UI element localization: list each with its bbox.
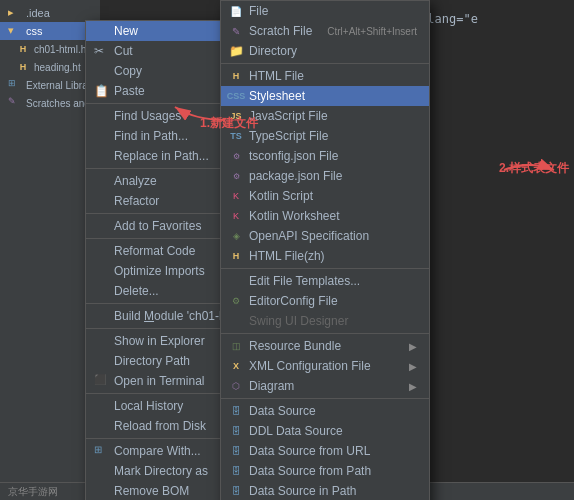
menu-item-label: Copy [114, 64, 142, 78]
menu-item-label: Mark Directory as [114, 464, 208, 478]
submenu-item-data-source[interactable]: 🗄 Data Source [221, 401, 429, 421]
refactor-icon [94, 194, 108, 208]
menu-item-label: Remove BOM [114, 484, 189, 498]
sidebar-item-label: ch01-html.h [34, 44, 86, 55]
sub-separator-3 [221, 333, 429, 334]
reload-icon [94, 419, 108, 433]
paste-icon: 📋 [94, 84, 108, 98]
menu-item-label: Optimize Imports [114, 264, 205, 278]
submenu-item-html[interactable]: H HTML File [221, 66, 429, 86]
scratches-icon: ✎ [8, 96, 22, 110]
sidebar-item-label: External Librar [26, 80, 91, 91]
submenu-item-directory[interactable]: 📁 Directory [221, 41, 429, 61]
submenu-item-label: package.json File [249, 169, 342, 183]
submenu-item-source-in-path[interactable]: 🗄 Data Source in Path [221, 481, 429, 500]
file-icon: 📄 [229, 4, 243, 18]
submenu-item-diagram[interactable]: ⬡ Diagram ▶ [221, 376, 429, 396]
submenu-item-label: Directory [249, 44, 297, 58]
submenu-item-scratch[interactable]: ✎ Scratch File Ctrl+Alt+Shift+Insert [221, 21, 429, 41]
bottom-bar-label: 京华手游网 [8, 485, 58, 499]
submenu-item-ddl-source[interactable]: 🗄 DDL Data Source [221, 421, 429, 441]
openapi-icon: ◈ [229, 229, 243, 243]
resource-icon: ◫ [229, 339, 243, 353]
submenu-item-stylesheet[interactable]: CSS Stylesheet [221, 86, 429, 106]
sub-separator-2 [221, 268, 429, 269]
submenu-item-label: Kotlin Worksheet [249, 209, 340, 223]
submenu-item-kotlin-script[interactable]: K Kotlin Script [221, 186, 429, 206]
path-db-icon: 🗄 [229, 464, 243, 478]
swing-icon [229, 314, 243, 328]
terminal-icon: ⬛ [94, 374, 108, 388]
menu-item-label: Cut [114, 44, 133, 58]
folder-open-icon: ▾ [8, 24, 22, 38]
submenu-item-kotlin-worksheet[interactable]: K Kotlin Worksheet [221, 206, 429, 226]
explorer-icon [94, 334, 108, 348]
menu-item-label: Delete... [114, 284, 159, 298]
copy-icon [94, 64, 108, 78]
submenu-item-js[interactable]: JS JavaScript File [221, 106, 429, 126]
analyze-icon [94, 174, 108, 188]
build-icon [94, 309, 108, 323]
scissors-icon: ✂ [94, 44, 108, 58]
tsconfig-icon: ⚙ [229, 149, 243, 163]
submenu-item-label: DDL Data Source [249, 424, 343, 438]
sidebar-item-label: .idea [26, 7, 50, 19]
submenu-item-file[interactable]: 📄 File [221, 1, 429, 21]
arrow-resource: ▶ [409, 341, 417, 352]
bom-icon [94, 484, 108, 498]
path-icon [94, 354, 108, 368]
shortcut-scratch: Ctrl+Alt+Shift+Insert [327, 26, 417, 37]
find-path-icon [94, 129, 108, 143]
sub-separator-4 [221, 398, 429, 399]
menu-item-label: Paste [114, 84, 145, 98]
menu-item-label: Replace in Path... [114, 149, 209, 163]
ddl-icon: 🗄 [229, 424, 243, 438]
compare-icon: ⊞ [94, 444, 108, 458]
js-icon: JS [229, 109, 243, 123]
submenu-item-label: Edit File Templates... [249, 274, 360, 288]
ts-icon: TS [229, 129, 243, 143]
menu-item-label: Add to Favorites [114, 219, 201, 233]
diagram-icon: ⬡ [229, 379, 243, 393]
submenu-item-label: OpenAPI Specification [249, 229, 369, 243]
sub-separator-1 [221, 63, 429, 64]
submenu-item-openapi[interactable]: ◈ OpenAPI Specification [221, 226, 429, 246]
submenu-item-label: EditorConfig File [249, 294, 338, 308]
history-icon [94, 399, 108, 413]
editorconfig-icon: ⚙ [229, 294, 243, 308]
menu-item-label: Reformat Code [114, 244, 195, 258]
menu-item-label: New [114, 24, 138, 38]
submenu-item-resource-bundle[interactable]: ◫ Resource Bundle ▶ [221, 336, 429, 356]
submenu-item-edit-templates[interactable]: Edit File Templates... [221, 271, 429, 291]
url-icon: 🗄 [229, 444, 243, 458]
template-icon [229, 274, 243, 288]
library-icon: ⊞ [8, 78, 22, 92]
submenu-item-swing[interactable]: Swing UI Designer [221, 311, 429, 331]
menu-item-label: Compare With... [114, 444, 201, 458]
submenu-item-label: JavaScript File [249, 109, 328, 123]
db-icon: 🗄 [229, 404, 243, 418]
submenu-item-source-url[interactable]: 🗄 Data Source from URL [221, 441, 429, 461]
menu-item-label: Find Usages [114, 109, 181, 123]
delete-icon [94, 284, 108, 298]
optimize-icon [94, 264, 108, 278]
menu-item-label: Open in Terminal [114, 374, 205, 388]
submenu-item-source-path[interactable]: 🗄 Data Source from Path [221, 461, 429, 481]
submenu-item-ts[interactable]: TS TypeScript File [221, 126, 429, 146]
scratch-icon: ✎ [229, 24, 243, 38]
menu-item-label: Local History [114, 399, 183, 413]
submenu-item-label: HTML File(zh) [249, 249, 325, 263]
menu-item-label: Refactor [114, 194, 159, 208]
submenu-item-label: HTML File [249, 69, 304, 83]
menu-item-label: Show in Explorer [114, 334, 205, 348]
submenu-item-xml-config[interactable]: X XML Configuration File ▶ [221, 356, 429, 376]
menu-item-label: Find in Path... [114, 129, 188, 143]
submenu-item-html-zh[interactable]: H HTML File(zh) [221, 246, 429, 266]
submenu-item-editorconfig[interactable]: ⚙ EditorConfig File [221, 291, 429, 311]
submenu-item-package-json[interactable]: ⚙ package.json File [221, 166, 429, 186]
submenu-item-tsconfig[interactable]: ⚙ tsconfig.json File [221, 146, 429, 166]
submenu-item-label: File [249, 4, 268, 18]
html-file-icon: H [16, 42, 30, 56]
new-submenu: 📄 File ✎ Scratch File Ctrl+Alt+Shift+Ins… [220, 0, 430, 500]
menu-item-label: Analyze [114, 174, 157, 188]
